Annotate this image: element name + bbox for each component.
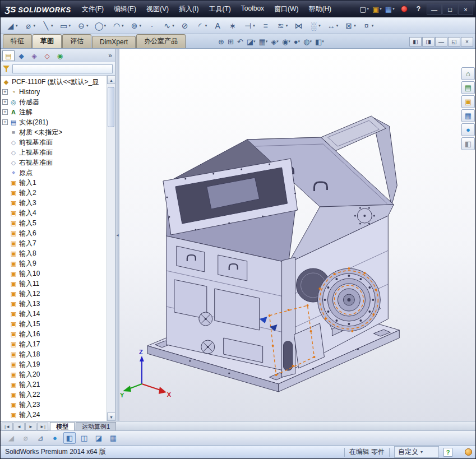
tree-expand-toggle[interactable] (2, 291, 8, 296)
tree-expand-toggle[interactable]: + (2, 99, 8, 105)
maximize-button[interactable]: □ (442, 4, 457, 15)
measure-icon[interactable]: ⊿ (34, 432, 47, 444)
tree-item[interactable]: + ◎ 传感器 (1, 97, 107, 107)
tree-expand-toggle[interactable] (2, 341, 8, 347)
tree-item[interactable]: ▣ 输入19 (1, 359, 107, 369)
tree-item[interactable]: ▣ 输入15 (1, 319, 107, 329)
configurationmanager-tab[interactable]: ◈ (28, 50, 40, 61)
commandmanager-tab[interactable]: 特征 (3, 34, 32, 48)
tree-item[interactable]: ▣ 输入2 (1, 188, 107, 198)
design-library-tab[interactable]: ▤ (461, 81, 475, 94)
tree-expand-toggle[interactable] (2, 150, 8, 155)
tree-expand-toggle[interactable] (2, 180, 8, 186)
dimxpertmanager-tab[interactable]: ◇ (41, 50, 53, 61)
tree-expand-toggle[interactable] (2, 281, 8, 286)
linear-pattern-icon[interactable]: ░ ▾ (307, 19, 323, 33)
tree-item[interactable]: ≡ 材质 <未指定> (1, 127, 107, 137)
menu-item[interactable]: Toolbox (236, 2, 269, 17)
new-document-button[interactable]: ▢ ▾ (358, 4, 371, 14)
save-button[interactable]: ▦ ▾ (383, 4, 396, 14)
tree-item[interactable]: ▣ 输入16 (1, 329, 107, 339)
edit-appearance-icon[interactable]: ● ▾ (293, 36, 301, 47)
tree-expand-toggle[interactable] (2, 251, 8, 256)
panel-overflow-button[interactable]: » (108, 52, 113, 59)
tree-item[interactable]: ▣ 输入23 (1, 400, 107, 410)
tree-expand-toggle[interactable] (2, 220, 8, 226)
rectangle-icon[interactable]: ▭ ▾ (57, 19, 73, 33)
slot-icon[interactable]: ⊖ ▾ (75, 19, 91, 33)
minimize-document-button[interactable]: — (435, 37, 447, 47)
first-tab-button[interactable]: |◄ (2, 423, 13, 430)
display-style-icon[interactable]: ◈ ▾ (270, 36, 280, 47)
fillet-icon[interactable]: ◜ ▾ (193, 19, 210, 33)
tree-item[interactable]: ▣ 输入10 (1, 268, 107, 279)
tree-expand-toggle[interactable] (2, 402, 8, 407)
view-orientation-icon[interactable]: ▦ ▾ (258, 36, 269, 47)
appearances-tab[interactable]: ● (461, 123, 475, 136)
view-orientation-icon[interactable]: ▦ (107, 432, 119, 444)
tree-item[interactable]: ▣ 输入24 (1, 410, 107, 420)
tree-expand-toggle[interactable] (2, 321, 8, 327)
tree-item[interactable]: ◇ 前视基准面 (1, 137, 107, 147)
tree-item[interactable]: ▣ 输入7 (1, 238, 107, 248)
tree-item[interactable]: ▣ 输入3 (1, 198, 107, 208)
file-explorer-tab[interactable]: ▣ (461, 95, 475, 108)
panel-splitter[interactable]: ◄ (115, 49, 119, 421)
tree-expand-toggle[interactable] (2, 311, 8, 317)
circle-icon[interactable]: ◯ ▾ (93, 19, 109, 33)
tree-expand-toggle[interactable] (2, 351, 8, 357)
tree-expand-toggle[interactable]: + (2, 109, 8, 115)
tree-item[interactable]: ▣ 输入8 (1, 248, 107, 258)
custom-status-dropdown[interactable]: 自定义 ▾ (394, 446, 439, 458)
smart-dimension-icon[interactable]: ⌀ ▾ (22, 19, 38, 33)
view-settings-icon[interactable]: ◧ ▾ (314, 36, 325, 47)
prev-tab-button[interactable]: ◄ (13, 423, 25, 430)
tree-expand-toggle[interactable] (2, 271, 8, 276)
line-icon[interactable]: ╲ ▾ (39, 19, 56, 33)
tree-item[interactable]: + A 注解 (1, 107, 107, 117)
tree-item[interactable]: ▣ 输入20 (1, 369, 107, 379)
tree-expand-toggle[interactable]: + (2, 89, 8, 95)
appearance-ball-icon[interactable]: ● (49, 432, 61, 444)
spiral-icon[interactable]: ⊚ ▾ (128, 19, 144, 33)
tree-item[interactable]: + ◔ History (1, 87, 107, 97)
tree-expand-toggle[interactable] (2, 210, 8, 216)
tree-expand-toggle[interactable]: + (2, 119, 8, 125)
scroll-down-button[interactable]: ▼ (107, 412, 115, 421)
crusher-model[interactable] (147, 116, 399, 392)
pane-right-button[interactable]: ◨ (422, 37, 435, 47)
tree-expand-toggle[interactable] (2, 382, 8, 387)
tree-item[interactable]: ▣ 输入9 (1, 258, 107, 268)
menu-item[interactable]: 工具(T) (204, 2, 235, 17)
tree-expand-toggle[interactable] (2, 240, 8, 246)
graphics-area[interactable]: Z X Y ⌂ ▤ ▣ ▦ ● (119, 49, 475, 421)
tree-item[interactable]: ⌖ 原点 (1, 168, 107, 178)
filter-input[interactable] (12, 64, 113, 73)
text-icon[interactable]: A (211, 19, 224, 33)
commandmanager-tab[interactable]: 评估 (62, 34, 91, 48)
arc-icon[interactable]: ◠ ▾ (110, 19, 126, 33)
tree-expand-toggle[interactable] (2, 170, 8, 175)
commandmanager-tab[interactable]: 草图 (33, 34, 62, 48)
minimize-button[interactable]: — (427, 4, 442, 15)
help-button[interactable]: ? (412, 5, 425, 13)
view-palette-tab[interactable]: ▦ (461, 109, 475, 122)
tree-scrollbar[interactable]: ▲ ▼ (107, 76, 115, 421)
tree-item[interactable]: ▣ 输入4 (1, 208, 107, 218)
hidden-lines-visible-icon[interactable]: ◫ (78, 432, 90, 444)
tree-expand-toggle[interactable] (2, 200, 8, 206)
shaded-with-edges-icon[interactable]: ◧ (63, 432, 76, 444)
section-view-icon[interactable]: ◪ ▾ (246, 36, 257, 47)
custom-properties-tab[interactable]: ◧ (461, 137, 475, 150)
document-tab[interactable]: 模型 (50, 422, 75, 430)
tree-item[interactable]: ▣ 输入14 (1, 309, 107, 319)
tree-expand-toggle[interactable] (2, 129, 8, 135)
section-view-icon[interactable]: ◪ (93, 432, 105, 444)
point-icon[interactable]: ∙ (145, 19, 159, 33)
mirror-entities-icon[interactable]: ⋈ (292, 19, 305, 33)
tree-expand-toggle[interactable] (2, 361, 8, 367)
ellipse-icon[interactable]: ⊘ (178, 19, 192, 33)
tree-item[interactable]: ▣ 输入22 (1, 390, 107, 400)
menu-item[interactable]: 视图(V) (141, 2, 174, 17)
convert-entities-icon[interactable]: ≡ (259, 19, 272, 33)
